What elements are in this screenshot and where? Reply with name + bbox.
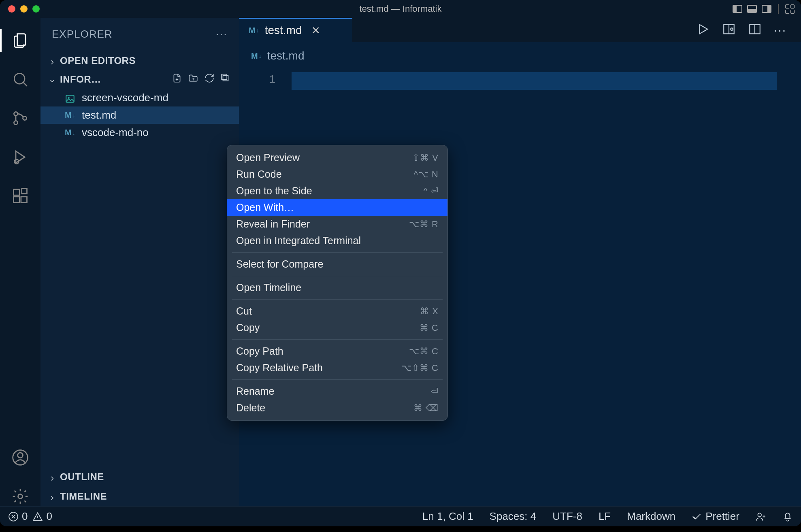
menu-item-label: Reveal in Finder bbox=[236, 218, 310, 230]
markdown-icon: M↓ bbox=[249, 26, 259, 35]
bell-icon[interactable] bbox=[782, 511, 793, 522]
menu-item-shortcut: ⌥⌘ R bbox=[409, 219, 439, 230]
window-maximize-button[interactable] bbox=[32, 5, 40, 13]
extensions-icon[interactable] bbox=[11, 186, 30, 206]
context-menu-item[interactable]: Rename⏎ bbox=[227, 383, 447, 400]
file-name: screen-vscode-md bbox=[82, 92, 168, 104]
context-menu-item[interactable]: Copy Path⌥⌘ C bbox=[227, 343, 447, 360]
run-debug-icon[interactable] bbox=[11, 147, 30, 167]
menu-item-label: Copy Path bbox=[236, 345, 283, 357]
prettier-label: Prettier bbox=[705, 510, 739, 523]
close-icon[interactable]: ✕ bbox=[311, 24, 320, 37]
context-menu-item[interactable]: Open Preview⇧⌘ V bbox=[227, 149, 447, 166]
language-status[interactable]: Markdown bbox=[627, 510, 675, 523]
titlebar-divider bbox=[778, 4, 779, 14]
open-editors-label: OPEN EDITORS bbox=[60, 55, 136, 66]
titlebar: test.md — Informatik bbox=[0, 0, 801, 18]
context-menu-item[interactable]: Open With… bbox=[227, 199, 447, 216]
menu-item-shortcut: ⌘ C bbox=[420, 323, 439, 333]
errors-count: 0 bbox=[22, 510, 28, 523]
refresh-icon[interactable] bbox=[204, 73, 215, 86]
breadcrumb-file: test.md bbox=[267, 49, 305, 62]
menu-item-shortcut: ⏎ bbox=[431, 386, 439, 397]
account-icon[interactable] bbox=[11, 448, 30, 467]
breadcrumb[interactable]: M↓ test.md bbox=[239, 42, 801, 70]
markdown-icon: M↓ bbox=[65, 128, 76, 137]
new-folder-icon[interactable] bbox=[188, 73, 198, 86]
sidebar-more-icon[interactable]: ··· bbox=[216, 28, 228, 40]
context-menu-item[interactable]: Open Timeline bbox=[227, 279, 447, 296]
prettier-status[interactable]: Prettier bbox=[692, 510, 739, 523]
search-icon[interactable] bbox=[11, 70, 30, 89]
tab-test-md[interactable]: M↓ test.md ✕ bbox=[239, 18, 352, 42]
explorer-icon[interactable] bbox=[11, 31, 30, 50]
menu-item-shortcut: ⌥⌘ C bbox=[409, 346, 439, 357]
warnings-status[interactable]: 0 bbox=[32, 510, 52, 523]
markdown-icon: M↓ bbox=[65, 111, 76, 120]
context-menu-item[interactable]: Open in Integrated Terminal bbox=[227, 232, 447, 249]
folder-section[interactable]: INFOR… bbox=[40, 70, 239, 89]
menu-item-shortcut: ⌥⇧⌘ C bbox=[401, 363, 439, 373]
current-line-highlight bbox=[292, 72, 777, 90]
new-file-icon[interactable] bbox=[172, 73, 182, 86]
split-editor-icon[interactable] bbox=[748, 22, 762, 38]
svg-rect-13 bbox=[222, 74, 227, 79]
chevron-down-icon bbox=[49, 76, 56, 83]
menu-item-shortcut: ^ ⏎ bbox=[424, 186, 439, 196]
window-minimize-button[interactable] bbox=[20, 5, 28, 13]
svg-point-11 bbox=[18, 494, 23, 499]
svg-rect-6 bbox=[14, 197, 20, 203]
file-row[interactable]: M↓vscode-md-no bbox=[40, 124, 239, 141]
run-icon[interactable] bbox=[696, 22, 710, 38]
context-menu-item[interactable]: Copy Relative Path⌥⇧⌘ C bbox=[227, 360, 447, 376]
outline-label: OUTLINE bbox=[60, 471, 104, 483]
context-menu-item[interactable]: Reveal in Finder⌥⌘ R bbox=[227, 216, 447, 232]
indent-status[interactable]: Spaces: 4 bbox=[490, 510, 537, 523]
source-control-icon[interactable] bbox=[11, 109, 30, 128]
encoding-status[interactable]: UTF-8 bbox=[552, 510, 582, 523]
explorer-sidebar: EXPLORER ··· OPEN EDITORS INFOR… bbox=[40, 18, 239, 506]
status-bar: 0 0 Ln 1, Col 1 Spaces: 4 UTF-8 LF Markd… bbox=[0, 506, 801, 526]
errors-status[interactable]: 0 bbox=[8, 510, 28, 523]
menu-separator bbox=[232, 339, 443, 340]
warnings-count: 0 bbox=[46, 510, 52, 523]
timeline-label: TIMELINE bbox=[60, 491, 107, 502]
feedback-icon[interactable] bbox=[756, 511, 766, 522]
panel-bottom-icon[interactable] bbox=[747, 5, 757, 13]
context-menu-item[interactable]: Select for Compare bbox=[227, 256, 447, 272]
open-editors-section[interactable]: OPEN EDITORS bbox=[40, 52, 239, 70]
image-file-icon bbox=[65, 94, 76, 102]
menu-item-label: Delete bbox=[236, 402, 265, 414]
collapse-all-icon[interactable] bbox=[220, 73, 231, 86]
settings-gear-icon[interactable] bbox=[11, 487, 30, 506]
preview-side-icon[interactable] bbox=[722, 22, 736, 38]
cursor-position[interactable]: Ln 1, Col 1 bbox=[422, 510, 473, 523]
context-menu-item[interactable]: Open to the Side^ ⏎ bbox=[227, 183, 447, 199]
svg-point-0 bbox=[14, 73, 25, 84]
eol-status[interactable]: LF bbox=[599, 510, 611, 523]
context-menu-item[interactable]: Run Code^⌥ N bbox=[227, 166, 447, 183]
context-menu-item[interactable]: Cut⌘ X bbox=[227, 303, 447, 319]
context-menu-item[interactable]: Delete⌘ ⌫ bbox=[227, 400, 447, 416]
line-number: 1 bbox=[239, 73, 275, 86]
file-row[interactable]: M↓test.md bbox=[40, 106, 239, 124]
panel-right-icon[interactable] bbox=[762, 5, 771, 13]
outline-section[interactable]: OUTLINE bbox=[40, 467, 239, 487]
context-menu-item[interactable]: Copy⌘ C bbox=[227, 319, 447, 336]
menu-item-label: Open in Integrated Terminal bbox=[236, 235, 361, 247]
markdown-icon: M↓ bbox=[251, 51, 262, 61]
menu-item-label: Open Preview bbox=[236, 152, 300, 164]
editor-more-icon[interactable]: ··· bbox=[774, 23, 786, 37]
timeline-section[interactable]: TIMELINE bbox=[40, 487, 239, 506]
svg-point-1 bbox=[14, 112, 17, 115]
menu-item-label: Cut bbox=[236, 305, 252, 317]
window-close-button[interactable] bbox=[8, 5, 15, 13]
layout-grid-icon[interactable] bbox=[785, 4, 795, 14]
menu-item-shortcut: ^⌥ N bbox=[414, 169, 439, 180]
svg-point-10 bbox=[18, 453, 23, 458]
file-row[interactable]: screen-vscode-md bbox=[40, 89, 239, 106]
chevron-right-icon bbox=[49, 57, 56, 64]
panel-left-icon[interactable] bbox=[733, 5, 742, 13]
menu-item-shortcut: ⌘ X bbox=[420, 306, 439, 317]
svg-point-17 bbox=[731, 28, 733, 30]
